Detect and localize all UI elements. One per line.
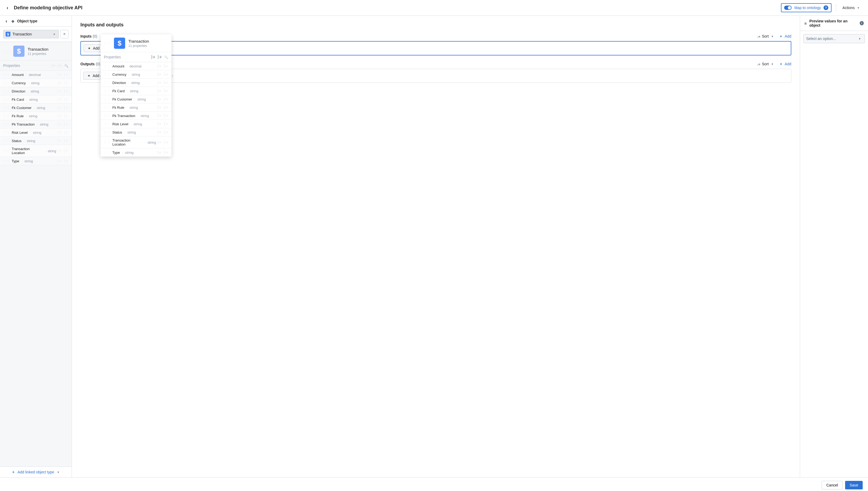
- output-icon[interactable]: [64, 73, 68, 77]
- cancel-button[interactable]: Cancel: [822, 481, 842, 489]
- output-icon[interactable]: [164, 150, 168, 154]
- search-icon[interactable]: [64, 63, 68, 68]
- input-icon[interactable]: [158, 81, 162, 85]
- output-icon[interactable]: [64, 159, 68, 163]
- object-type-header[interactable]: Object type: [0, 16, 72, 27]
- output-all-icon[interactable]: [58, 63, 62, 68]
- output-icon[interactable]: [64, 81, 68, 85]
- sort-outputs-button[interactable]: Sort: [757, 62, 775, 66]
- output-icon[interactable]: [64, 97, 68, 102]
- input-icon[interactable]: [158, 140, 162, 144]
- add-input-button[interactable]: Add: [779, 34, 791, 38]
- input-icon[interactable]: [58, 131, 62, 135]
- property-row[interactable]: ⋮⋮Fk Rule·string: [101, 104, 172, 112]
- output-icon[interactable]: [164, 97, 168, 101]
- property-row[interactable]: ⋮⋮Pk Transaction·string: [0, 120, 72, 128]
- output-icon[interactable]: [164, 81, 168, 85]
- input-icon[interactable]: [58, 159, 62, 163]
- search-icon[interactable]: [164, 55, 168, 59]
- output-icon[interactable]: [64, 106, 68, 110]
- property-row[interactable]: ⋮⋮Transaction Location·string: [0, 145, 72, 157]
- drag-handle-icon[interactable]: ⋮⋮: [3, 160, 10, 163]
- input-icon[interactable]: [58, 106, 62, 110]
- output-icon[interactable]: [64, 131, 68, 135]
- input-icon[interactable]: [158, 130, 162, 134]
- input-icon[interactable]: [58, 149, 62, 153]
- object-selector[interactable]: $ Transaction: [3, 30, 59, 38]
- drag-handle-icon[interactable]: ⋮⋮: [3, 131, 10, 134]
- drag-handle-icon[interactable]: ⋮⋮: [104, 131, 111, 134]
- input-icon[interactable]: [58, 122, 62, 126]
- property-row[interactable]: ⋮⋮Fk Card·string: [0, 95, 72, 104]
- drag-handle-icon[interactable]: ⋮⋮: [104, 141, 111, 144]
- drag-handle-icon[interactable]: ⋮⋮: [104, 151, 111, 154]
- inputs-drop-zone[interactable]: Add input or drag from object properties…: [81, 41, 791, 55]
- input-icon[interactable]: [58, 139, 62, 143]
- property-row[interactable]: ⋮⋮Pk Transaction·string: [101, 112, 172, 120]
- drag-handle-icon[interactable]: ⋮⋮: [3, 81, 10, 85]
- property-row[interactable]: ⋮⋮Amount·decimal: [0, 70, 72, 79]
- sort-inputs-button[interactable]: Sort: [757, 34, 775, 38]
- input-icon[interactable]: [58, 73, 62, 77]
- property-row[interactable]: ⋮⋮Type·string: [0, 157, 72, 165]
- property-row[interactable]: ⋮⋮Currency·string: [0, 79, 72, 87]
- clear-object-button[interactable]: [60, 30, 68, 38]
- output-icon[interactable]: [64, 122, 68, 126]
- input-icon[interactable]: [158, 72, 162, 77]
- outputs-drop-zone[interactable]: Add output or drag from object propertie…: [81, 69, 791, 83]
- add-linked-object-button[interactable]: Add linked object type: [0, 466, 72, 478]
- property-row[interactable]: ⋮⋮Risk Level·string: [0, 128, 72, 137]
- actions-menu[interactable]: Actions: [840, 4, 863, 11]
- property-row[interactable]: ⋮⋮Direction·string: [0, 87, 72, 95]
- drag-handle-icon[interactable]: ⋮⋮: [3, 90, 10, 93]
- back-icon[interactable]: [5, 6, 9, 10]
- output-icon[interactable]: [164, 140, 168, 144]
- input-icon[interactable]: [158, 97, 162, 101]
- info-icon[interactable]: i: [860, 21, 864, 25]
- output-all-icon[interactable]: [158, 55, 162, 59]
- property-row[interactable]: ⋮⋮Fk Rule·string: [0, 112, 72, 120]
- drag-handle-icon[interactable]: ⋮⋮: [104, 106, 111, 109]
- add-output-button[interactable]: Add: [779, 62, 791, 66]
- object-card[interactable]: ⋮⋮ $ Transaction 11 properties: [0, 42, 72, 61]
- output-icon[interactable]: [164, 130, 168, 134]
- drag-handle-icon[interactable]: ⋮⋮: [3, 139, 10, 143]
- input-icon[interactable]: [158, 114, 162, 118]
- property-row[interactable]: ⋮⋮Fk Card·string: [101, 87, 172, 95]
- output-icon[interactable]: [164, 105, 168, 110]
- input-icon[interactable]: [158, 89, 162, 93]
- input-icon[interactable]: [58, 81, 62, 85]
- input-icon[interactable]: [158, 150, 162, 154]
- drag-handle-icon[interactable]: ⋮⋮: [104, 41, 111, 45]
- output-icon[interactable]: [164, 122, 168, 126]
- preview-select[interactable]: Select an option...: [803, 34, 865, 43]
- output-icon[interactable]: [164, 72, 168, 77]
- help-icon[interactable]: ?: [824, 5, 828, 10]
- property-row[interactable]: ⋮⋮Status·string: [101, 128, 172, 137]
- output-icon[interactable]: [64, 149, 68, 153]
- drag-handle-icon[interactable]: ⋮⋮: [104, 97, 111, 101]
- popover-object-card[interactable]: ⋮⋮ $ Transaction 11 properties: [101, 34, 172, 52]
- drag-handle-icon[interactable]: ⋮⋮: [3, 114, 10, 118]
- input-icon[interactable]: [158, 105, 162, 110]
- property-row[interactable]: ⋮⋮Status·string: [0, 137, 72, 145]
- drag-handle-icon[interactable]: ⋮⋮: [3, 73, 10, 77]
- input-icon[interactable]: [158, 122, 162, 126]
- input-all-icon[interactable]: [152, 55, 156, 59]
- property-row[interactable]: ⋮⋮Type·string: [101, 148, 172, 157]
- input-icon[interactable]: [58, 97, 62, 102]
- drag-handle-icon[interactable]: ⋮⋮: [104, 81, 111, 85]
- drag-handle-icon[interactable]: ⋮⋮: [104, 114, 111, 118]
- drag-handle-icon[interactable]: ⋮⋮: [3, 50, 10, 53]
- drag-handle-icon[interactable]: ⋮⋮: [104, 89, 111, 93]
- input-icon[interactable]: [158, 64, 162, 68]
- property-row[interactable]: ⋮⋮Direction·string: [101, 79, 172, 87]
- output-icon[interactable]: [164, 114, 168, 118]
- drag-handle-icon[interactable]: ⋮⋮: [104, 64, 111, 68]
- save-button[interactable]: Save: [845, 481, 863, 489]
- drag-handle-icon[interactable]: ⋮⋮: [104, 73, 111, 76]
- drag-handle-icon[interactable]: ⋮⋮: [3, 149, 10, 153]
- property-row[interactable]: ⋮⋮Fk Customer·string: [0, 104, 72, 112]
- output-icon[interactable]: [64, 114, 68, 118]
- drag-handle-icon[interactable]: ⋮⋮: [104, 122, 111, 126]
